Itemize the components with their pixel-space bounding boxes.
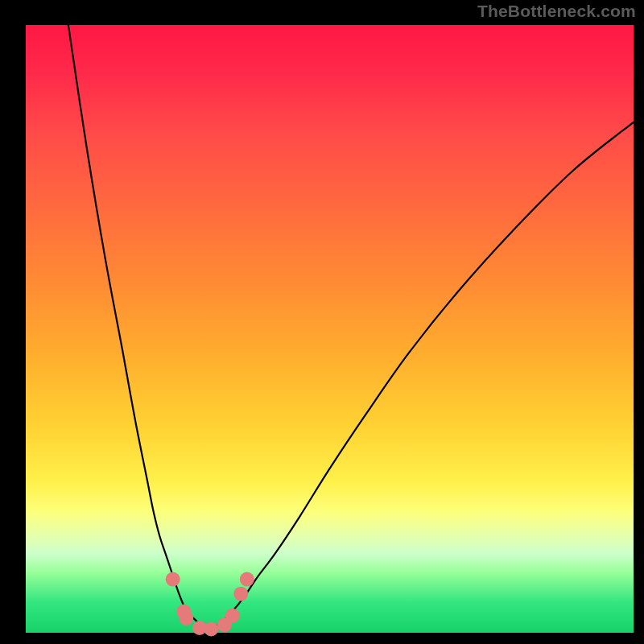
data-point — [233, 587, 248, 601]
curve-layer — [0, 0, 644, 644]
data-point — [166, 572, 180, 587]
watermark-text: TheBottleneck.com — [477, 2, 636, 21]
data-point — [179, 611, 193, 625]
curve-left-branch — [68, 25, 208, 630]
chart-frame: TheBottleneck.com — [0, 0, 644, 644]
curve-right-branch — [208, 122, 634, 630]
data-point — [204, 621, 218, 636]
data-point — [240, 572, 254, 587]
data-point — [225, 609, 240, 623]
